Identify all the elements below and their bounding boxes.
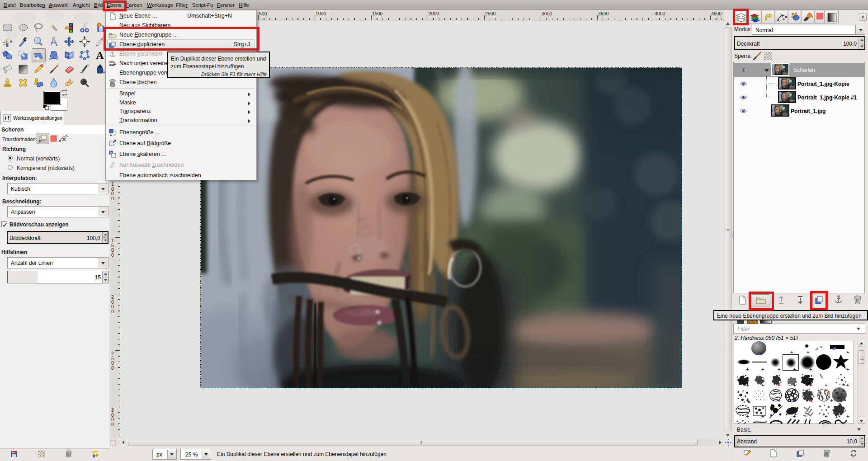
svg-text:+: + [778,367,780,372]
svg-text:+: + [778,398,780,403]
svg-text:+: + [846,414,849,419]
svg-text:+: + [846,349,849,355]
svg-text:+: + [830,398,833,403]
svg-text:+: + [846,367,849,372]
svg-text:+: + [793,382,796,388]
svg-text:+: + [793,414,796,419]
svg-text:+: + [761,414,764,419]
svg-text:+: + [809,382,812,388]
svg-text:+: + [793,398,796,403]
svg-text:+: + [809,398,812,403]
svg-text:+: + [825,414,827,419]
svg-text:+: + [846,382,849,388]
svg-text:+: + [746,414,749,419]
svg-text:+: + [790,349,793,355]
svg-text:+: + [759,349,761,355]
svg-text:+: + [778,382,780,388]
svg-text:+: + [793,367,796,372]
svg-text:+: + [746,398,749,403]
svg-text:+: + [746,367,749,372]
svg-text:+: + [746,382,749,388]
svg-text:+: + [761,382,764,388]
svg-text:+: + [761,367,764,372]
svg-text:+: + [809,367,812,372]
svg-text:+: + [825,382,827,388]
svg-text:A: A [96,50,104,61]
svg-text:+: + [807,349,809,355]
